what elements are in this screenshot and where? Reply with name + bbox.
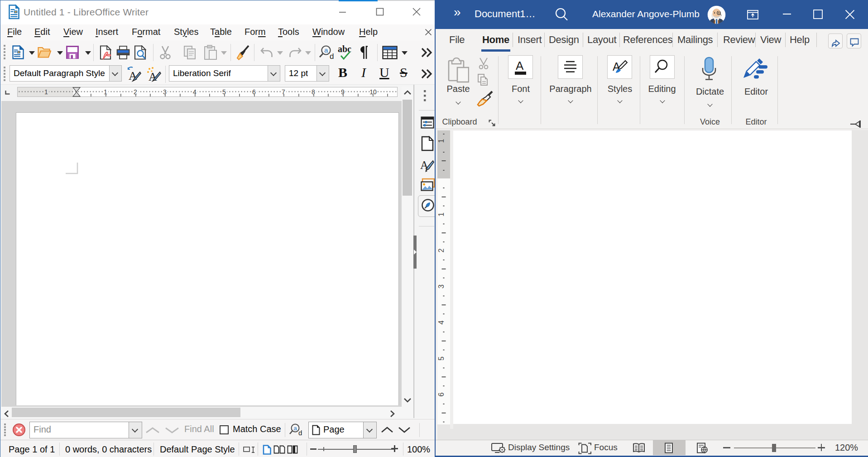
svg-text:3: 3 [437,284,445,289]
svg-text:A: A [129,69,137,82]
svg-text:a: a [324,46,328,54]
svg-text:a: a [294,425,297,432]
svg-text:2: 2 [437,248,445,252]
svg-text:d: d [330,52,334,61]
svg-text:1: 1 [44,88,48,96]
svg-text:d: d [298,429,302,437]
svg-text:1: 1 [437,212,445,216]
svg-text:4: 4 [437,320,445,324]
svg-text:5: 5 [437,356,445,361]
svg-text:6: 6 [437,392,445,396]
svg-text:1: 1 [437,139,445,143]
svg-text:A: A [516,59,524,72]
